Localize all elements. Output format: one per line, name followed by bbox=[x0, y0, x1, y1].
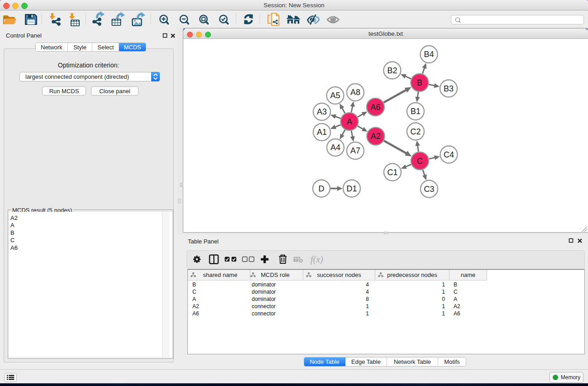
svg-text:C1: C1 bbox=[387, 168, 397, 177]
svg-text:A2: A2 bbox=[371, 132, 381, 141]
svg-text:C2: C2 bbox=[410, 127, 421, 136]
svg-text:B1: B1 bbox=[411, 107, 421, 116]
svg-text:D1: D1 bbox=[346, 184, 357, 193]
svg-text:A: A bbox=[347, 117, 352, 126]
svg-text:A5: A5 bbox=[330, 91, 340, 100]
svg-text:B: B bbox=[417, 78, 422, 87]
svg-text:A6: A6 bbox=[370, 103, 380, 112]
svg-text:A1: A1 bbox=[317, 128, 327, 137]
svg-text:B2: B2 bbox=[387, 66, 397, 75]
svg-text:B4: B4 bbox=[424, 50, 434, 59]
svg-text:B3: B3 bbox=[444, 84, 454, 93]
svg-text:D: D bbox=[319, 184, 325, 193]
svg-text:C3: C3 bbox=[424, 185, 434, 194]
svg-text:C: C bbox=[417, 157, 423, 166]
svg-text:A4: A4 bbox=[330, 143, 340, 152]
svg-text:A7: A7 bbox=[350, 146, 360, 155]
svg-text:f(x): f(x) bbox=[311, 254, 323, 265]
svg-text:A3: A3 bbox=[317, 107, 327, 116]
svg-text:A8: A8 bbox=[350, 88, 360, 97]
svg-text:C4: C4 bbox=[444, 150, 454, 159]
